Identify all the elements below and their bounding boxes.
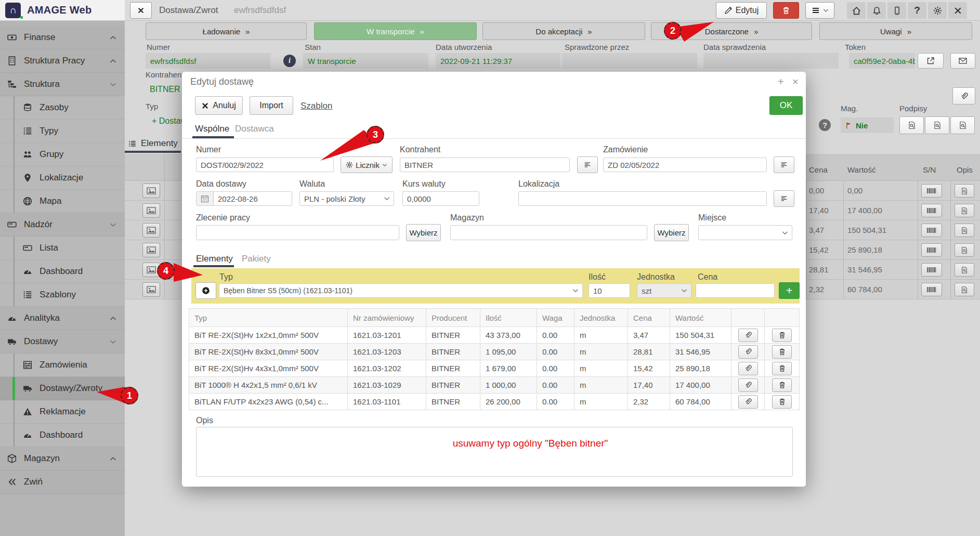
annotation-marker-1: 1 xyxy=(121,387,138,404)
annotation-marker-3: 3 xyxy=(367,126,384,143)
annotation-marker-4: 4 xyxy=(157,262,175,280)
annotation-arrows xyxy=(0,0,980,536)
annotation-note: usuwamy typ ogólny "Bęben bitner" xyxy=(421,438,639,449)
app-root: ∩ AMAGE Web FinanseStruktura PracyStrukt… xyxy=(0,0,980,536)
annotation-marker-2: 2 xyxy=(664,22,682,40)
